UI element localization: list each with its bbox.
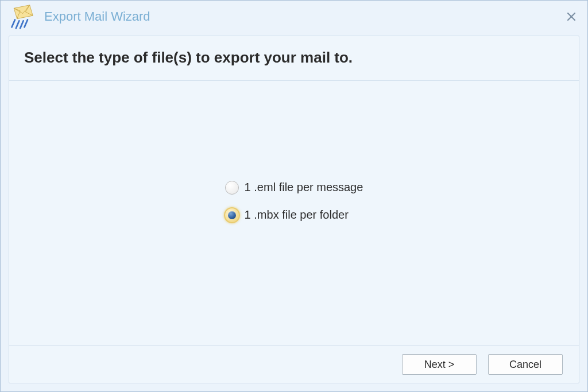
radio-option-mbx[interactable]: 1 .mbx file per folder — [225, 207, 363, 223]
button-bar: Next > Cancel — [9, 346, 579, 383]
svg-line-2 — [16, 21, 20, 28]
dialog-body: Select the type of file(s) to export you… — [9, 36, 579, 383]
radio-icon — [224, 207, 240, 223]
mail-wizard-icon — [7, 3, 35, 30]
title-bar: Export Mail Wizard — [1, 1, 587, 32]
window-title: Export Mail Wizard — [44, 9, 564, 24]
content-section: 1 .eml file per message 1 .mbx file per … — [9, 81, 579, 346]
close-button[interactable] — [564, 10, 578, 24]
heading-section: Select the type of file(s) to export you… — [9, 36, 579, 81]
radio-icon — [225, 181, 239, 195]
radio-option-eml[interactable]: 1 .eml file per message — [225, 181, 363, 195]
radio-label-mbx: 1 .mbx file per folder — [245, 208, 349, 222]
export-type-radio-group: 1 .eml file per message 1 .mbx file per … — [225, 181, 363, 223]
cancel-button[interactable]: Cancel — [488, 354, 563, 375]
svg-line-3 — [20, 21, 24, 28]
close-icon — [566, 11, 577, 22]
next-button[interactable]: Next > — [402, 354, 477, 375]
page-heading: Select the type of file(s) to export you… — [24, 49, 564, 67]
svg-line-4 — [25, 20, 28, 27]
svg-line-1 — [12, 20, 16, 27]
svg-marker-0 — [14, 5, 33, 18]
radio-label-eml: 1 .eml file per message — [245, 181, 363, 194]
export-mail-wizard-dialog: Export Mail Wizard Select the type of fi… — [0, 0, 588, 392]
